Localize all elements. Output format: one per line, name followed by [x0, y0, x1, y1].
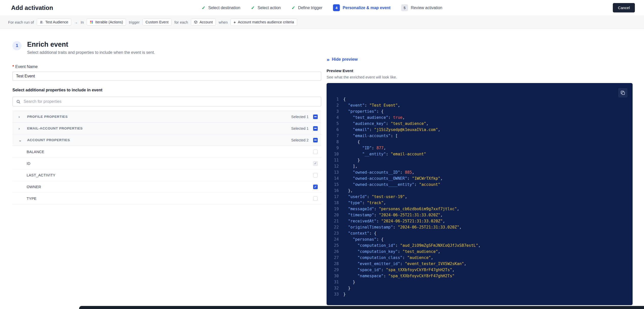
code-line: 33}	[327, 291, 633, 297]
top-bar: Add activation ✓Select destination✓Selec…	[0, 0, 644, 16]
page-title: Add activation	[11, 4, 53, 11]
property-search[interactable]	[12, 97, 321, 106]
chevron-right-icon: ›	[19, 115, 22, 119]
property-checkbox[interactable]	[313, 196, 318, 201]
required-marker: *	[12, 64, 14, 69]
chip-iterable-actions[interactable]: Iterable (Actions)	[87, 19, 126, 26]
line-number: 20	[327, 212, 339, 218]
section-label: ACCOUNT PROPERTIES	[27, 138, 70, 142]
step-label: Define trigger	[298, 6, 323, 10]
line-number: 1	[327, 96, 339, 102]
property-checkbox[interactable]: ✓	[313, 161, 318, 166]
line-number: 15	[327, 182, 339, 188]
step-select-destination[interactable]: ✓Select destination	[202, 6, 240, 10]
code-line: 14 "owned-accounts__OWNER": "1WCWrTXfkp"…	[327, 175, 633, 182]
line-number: 7	[327, 133, 339, 139]
chip-label: Custom Event	[146, 20, 169, 24]
code-line: 20 "timestamp": "2024-06-25T21:31:33.020…	[327, 212, 633, 218]
code-line: 2 "event": "Test Event",	[327, 102, 633, 108]
event-name-label-text: Event Name	[15, 64, 38, 69]
line-number: 4	[327, 115, 339, 121]
property-row-balance[interactable]: BALANCE	[12, 146, 321, 158]
enrich-event-panel: 1 Enrich event Select additional traits …	[12, 40, 321, 305]
code-line: 5 "audience_key": "test_audience",	[327, 121, 633, 127]
step-select-action[interactable]: ✓Select action	[251, 6, 281, 10]
copy-button[interactable]	[618, 88, 628, 97]
code-line: 31 }	[327, 279, 633, 285]
code-line: 32 }	[327, 285, 633, 291]
chip-custom-event[interactable]: Custom Event	[142, 19, 172, 26]
code-line: 12 ],	[327, 163, 633, 169]
step-label: Personalize & map event	[343, 6, 391, 10]
event-name-label: *Event Name	[12, 64, 321, 69]
section-checkbox-indeterminate[interactable]	[313, 126, 318, 131]
line-number: 3	[327, 108, 339, 115]
line-number: 2	[327, 102, 339, 108]
cancel-button[interactable]: Cancel	[613, 3, 635, 12]
chip-label: Test Audience	[45, 20, 68, 24]
code-line: 10 "__entity": "email-account"	[327, 151, 633, 157]
line-number: 11	[327, 157, 339, 163]
property-label: TYPE	[27, 197, 37, 201]
step-personalize-map-event[interactable]: 4Personalize & map event	[333, 4, 391, 11]
property-row-last-activity[interactable]: LAST_ACTIVITY	[12, 169, 321, 181]
step-check-icon: ✓	[291, 6, 295, 10]
code-line: 26 "computation_key": "test_audience",	[327, 249, 633, 255]
search-input[interactable]	[23, 99, 317, 104]
property-row-id[interactable]: ID✓	[12, 158, 321, 169]
code-line: 16 },	[327, 188, 633, 194]
property-section-email-account-properties[interactable]: ›EMAIL-ACCOUNT PROPERTIESSelected 1	[12, 123, 321, 134]
line-number: 29	[327, 267, 339, 273]
chip-test-audience[interactable]: Test Audience	[37, 19, 71, 26]
chip-account-matches-audience-criteria[interactable]: +Account matches audience criteria	[230, 19, 297, 26]
chip-account[interactable]: Account	[191, 19, 216, 26]
chevron-down-icon: ⌄	[19, 138, 22, 142]
plus-icon: +	[234, 20, 236, 24]
code-lines: 1{2 "event": "Test Event",3 "properties"…	[327, 96, 633, 297]
property-section-profile-properties[interactable]: ›PROFILE PROPERTIESSelected 1	[12, 111, 321, 123]
preview-code-block: 1{2 "event": "Test Event",3 "properties"…	[327, 83, 633, 305]
preview-subtitle: See what the enriched event will look li…	[327, 75, 633, 79]
trigger-bar-text: for each	[174, 20, 188, 24]
step-label: Select destination	[208, 6, 240, 10]
chip-label: Iterable (Actions)	[95, 20, 123, 24]
preview-title: Preview Event	[327, 69, 633, 73]
hide-preview-link[interactable]: » Hide preview	[327, 57, 357, 62]
section-checkbox-indeterminate[interactable]	[313, 115, 318, 119]
step-label: Review activation	[411, 6, 442, 10]
section-checkbox-indeterminate[interactable]	[313, 138, 318, 142]
line-number: 9	[327, 145, 339, 151]
section-label: EMAIL-ACCOUNT PROPERTIES	[27, 126, 83, 130]
double-chevron-right-icon: »	[327, 57, 330, 62]
step-review-activation[interactable]: 5Review activation	[401, 4, 442, 11]
code-line: 25 "computation_id": "aud_2iO9mZgSFmJNXC…	[327, 242, 633, 249]
code-line: 29 "space_id": "spa_tXXbfoyvCkY8rF47ghH2…	[327, 267, 633, 273]
copy-icon	[620, 90, 625, 95]
code-line: 6 "email": "j15iZysedp@k1euxaIVia.com",	[327, 127, 633, 133]
property-row-type[interactable]: TYPE	[12, 193, 321, 204]
code-line: 28 "event_emitter_id": "event_tester_IVX…	[327, 261, 633, 267]
line-number: 10	[327, 151, 339, 157]
step-header: 1 Enrich event Select additional traits …	[12, 40, 321, 55]
line-number: 28	[327, 261, 339, 267]
property-label: ID	[27, 161, 30, 166]
code-line: 27 "computation_class": "audience",	[327, 255, 633, 261]
property-label: BALANCE	[27, 150, 44, 154]
code-line: 17 "userId": "test-user-19",	[327, 194, 633, 200]
line-number: 16	[327, 188, 339, 194]
code-line: 24 "personas": {	[327, 236, 633, 242]
entity-icon	[194, 20, 198, 24]
property-checkbox[interactable]	[313, 150, 318, 154]
property-checkbox[interactable]	[313, 173, 318, 177]
property-row-owner[interactable]: OWNER✓	[12, 181, 321, 193]
code-line: 7 "email-accounts": [	[327, 133, 633, 139]
property-checkbox[interactable]: ✓	[313, 185, 318, 189]
property-section-account-properties[interactable]: ⌄ACCOUNT PROPERTIESSelected 2	[12, 134, 321, 146]
step-define-trigger[interactable]: ✓Define trigger	[291, 6, 322, 10]
code-line: 30 "namespace": "spa_tXXbfoyvCkY8rF47ghH…	[327, 273, 633, 279]
trigger-bar-text: For each run of	[8, 20, 34, 24]
event-name-input[interactable]	[12, 72, 321, 81]
bottom-bar	[79, 306, 644, 309]
chevron-right-icon: ›	[19, 126, 22, 130]
line-number: 22	[327, 224, 339, 230]
